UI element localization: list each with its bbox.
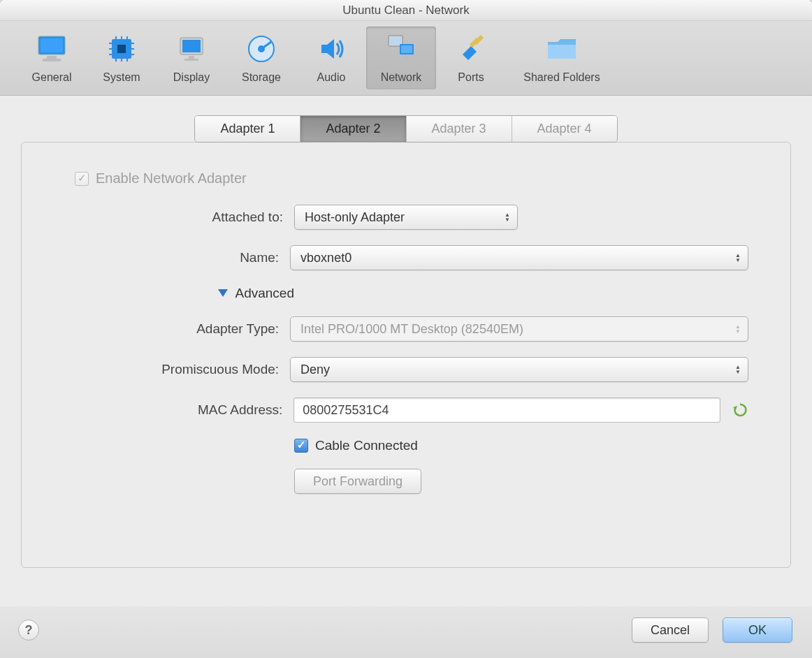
refresh-mac-button[interactable] xyxy=(732,402,748,418)
mac-address-input[interactable] xyxy=(293,397,720,423)
content-area: Adapter 1 Adapter 2 Adapter 3 Adapter 4 … xyxy=(0,96,812,606)
attached-to-value: Host-only Adapter xyxy=(305,210,405,225)
toolbar-label: Audio xyxy=(317,71,346,84)
select-arrows-icon: ▲▼ xyxy=(735,253,741,263)
disclosure-triangle-icon xyxy=(218,289,228,298)
cable-connected-label: Cable Connected xyxy=(315,438,418,453)
name-row: Name: vboxnet0 ▲▼ xyxy=(64,245,748,270)
toolbar-item-audio[interactable]: Audio xyxy=(296,27,366,89)
toolbar-label: Storage xyxy=(242,71,281,84)
promiscuous-value: Deny xyxy=(300,363,330,377)
name-label: Name: xyxy=(64,250,290,265)
monitor-icon xyxy=(35,32,68,66)
svg-rect-19 xyxy=(182,40,201,52)
toolbar-item-storage[interactable]: Storage xyxy=(226,27,296,89)
svg-rect-2 xyxy=(47,56,57,59)
port-forwarding-row: Port Forwarding xyxy=(64,469,748,494)
ports-icon xyxy=(454,32,488,66)
select-arrows-icon: ▲▼ xyxy=(735,365,741,374)
promiscuous-row: Promiscuous Mode: Deny ▲▼ xyxy=(64,357,748,382)
svg-rect-5 xyxy=(117,45,126,53)
tab-adapter-3[interactable]: Adapter 3 xyxy=(407,116,512,142)
help-icon: ? xyxy=(25,623,33,638)
adapter-type-select: Intel PRO/1000 MT Desktop (82540EM) ▲▼ xyxy=(290,316,748,342)
svg-rect-3 xyxy=(43,59,61,61)
toolbar-item-display[interactable]: Display xyxy=(157,27,226,89)
svg-rect-25 xyxy=(390,37,401,45)
adapter-tabs: Adapter 1 Adapter 2 Adapter 3 Adapter 4 xyxy=(21,115,791,142)
settings-window: Ubuntu Clean - Network General System Di… xyxy=(0,0,812,658)
network-icon xyxy=(384,32,418,66)
display-icon xyxy=(175,32,208,66)
enable-adapter-row: Enable Network Adapter xyxy=(75,170,748,187)
refresh-icon xyxy=(732,402,748,418)
toolbar-item-network[interactable]: Network xyxy=(366,27,436,89)
storage-icon xyxy=(245,32,278,66)
ok-button[interactable]: OK xyxy=(723,617,792,643)
toolbar-item-general[interactable]: General xyxy=(17,27,87,89)
toolbar-label: General xyxy=(32,71,72,84)
svg-rect-1 xyxy=(41,38,63,52)
tab-group: Adapter 1 Adapter 2 Adapter 3 Adapter 4 xyxy=(194,115,617,142)
adapter-panel: Enable Network Adapter Attached to: Host… xyxy=(21,142,791,568)
svg-rect-20 xyxy=(189,56,194,59)
chip-icon xyxy=(105,32,138,66)
toolbar: General System Display Storage Audio xyxy=(0,21,812,96)
toolbar-label: Ports xyxy=(458,71,484,84)
cable-connected-checkbox[interactable] xyxy=(294,439,308,453)
enable-adapter-checkbox[interactable] xyxy=(75,172,89,186)
promiscuous-select[interactable]: Deny ▲▼ xyxy=(290,357,748,382)
window-title: Ubuntu Clean - Network xyxy=(0,0,812,21)
toolbar-label: Display xyxy=(173,71,210,84)
help-button[interactable]: ? xyxy=(18,620,39,641)
svg-marker-32 xyxy=(218,289,228,297)
adapter-type-row: Adapter Type: Intel PRO/1000 MT Desktop … xyxy=(64,316,748,342)
tab-adapter-4[interactable]: Adapter 4 xyxy=(512,116,617,142)
cancel-button[interactable]: Cancel xyxy=(632,617,709,643)
tab-adapter-1[interactable]: Adapter 1 xyxy=(195,116,300,142)
select-arrows-icon: ▲▼ xyxy=(505,212,510,222)
advanced-row: Advanced xyxy=(64,286,748,301)
advanced-label: Advanced xyxy=(235,286,294,301)
attached-to-label: Attached to: xyxy=(64,210,294,225)
toolbar-item-system[interactable]: System xyxy=(87,27,157,89)
adapter-name-value: vboxnet0 xyxy=(300,251,351,265)
cable-row: Cable Connected xyxy=(64,438,748,453)
footer: ? Cancel OK xyxy=(0,606,812,658)
toolbar-label: Network xyxy=(381,71,422,84)
adapter-name-select[interactable]: vboxnet0 ▲▼ xyxy=(290,245,748,270)
svg-rect-27 xyxy=(401,45,412,53)
mac-label: MAC Address: xyxy=(64,402,293,418)
advanced-toggle[interactable]: Advanced xyxy=(64,286,294,301)
window-title-text: Ubuntu Clean - Network xyxy=(342,3,469,17)
toolbar-item-ports[interactable]: Ports xyxy=(436,27,506,89)
svg-rect-21 xyxy=(184,59,198,61)
adapter-type-label: Adapter Type: xyxy=(64,321,290,337)
speaker-icon xyxy=(314,32,348,66)
toolbar-item-shared-folders[interactable]: Shared Folders xyxy=(506,27,618,89)
toolbar-label: Shared Folders xyxy=(523,71,600,84)
enable-adapter-label: Enable Network Adapter xyxy=(96,170,247,187)
folder-icon xyxy=(545,32,579,66)
svg-rect-28 xyxy=(405,55,408,57)
tab-adapter-2[interactable]: Adapter 2 xyxy=(300,116,406,142)
adapter-type-value: Intel PRO/1000 MT Desktop (82540EM) xyxy=(300,322,523,337)
promiscuous-label: Promiscuous Mode: xyxy=(64,362,290,377)
mac-row: MAC Address: xyxy=(64,397,748,423)
attached-to-row: Attached to: Host-only Adapter ▲▼ xyxy=(64,205,748,230)
attached-to-select[interactable]: Host-only Adapter ▲▼ xyxy=(294,205,518,230)
select-arrows-icon: ▲▼ xyxy=(735,324,741,334)
svg-rect-29 xyxy=(403,57,411,59)
toolbar-label: System xyxy=(103,71,140,84)
port-forwarding-button: Port Forwarding xyxy=(294,469,421,494)
